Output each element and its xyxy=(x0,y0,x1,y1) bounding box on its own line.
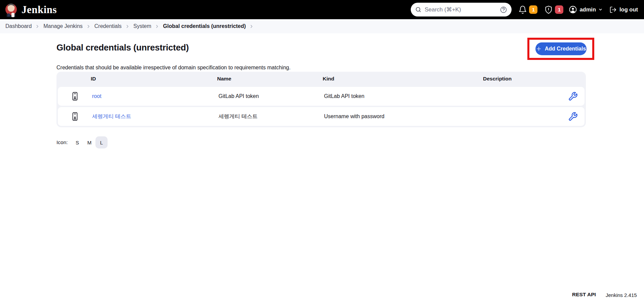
page-title: Global credentials (unrestricted) xyxy=(56,42,189,53)
search-help-icon[interactable] xyxy=(500,6,507,13)
configure-credential-button[interactable] xyxy=(568,112,578,122)
jenkins-butler-logo-icon xyxy=(4,2,18,18)
icon-size-medium-button[interactable]: M xyxy=(83,136,95,148)
top-bar: Jenkins 1 xyxy=(0,0,644,19)
credential-card-icon xyxy=(71,111,79,122)
column-header-id: ID xyxy=(91,76,217,82)
add-credentials-label: Add Credentials xyxy=(545,46,586,52)
breadcrumb-item-credentials[interactable]: Credentials xyxy=(94,23,122,29)
search-bar[interactable] xyxy=(411,3,512,16)
configure-credential-button[interactable] xyxy=(568,92,578,101)
add-credentials-button[interactable]: Add Credentials xyxy=(535,42,587,55)
security-warnings-button[interactable]: 1 xyxy=(544,5,563,14)
credentials-table: ID Name Kind Description root GitLab API… xyxy=(56,72,586,127)
icon-size-small-button[interactable]: S xyxy=(71,136,83,148)
breadcrumb-separator-icon xyxy=(125,24,130,29)
column-header-name: Name xyxy=(217,76,323,82)
jenkins-version-link[interactable]: Jenkins 2.415 xyxy=(606,292,637,298)
breadcrumb-separator-icon xyxy=(35,24,40,29)
jenkins-credentials-page: Jenkins 1 xyxy=(0,0,644,304)
table-row-root: root GitLab API token GitLab API token xyxy=(58,87,585,106)
wrench-icon xyxy=(568,112,578,122)
plus-icon xyxy=(536,46,542,52)
credential-card-icon xyxy=(71,91,79,101)
breadcrumb: Dashboard Manage Jenkins Credentials Sys… xyxy=(0,19,644,33)
breadcrumb-item-dashboard[interactable]: Dashboard xyxy=(5,23,32,29)
column-header-description: Description xyxy=(483,76,562,82)
notifications-count-badge[interactable]: 1 xyxy=(529,5,537,14)
logout-button[interactable]: log out xyxy=(609,6,638,13)
breadcrumb-separator-icon xyxy=(155,24,159,29)
credential-name: 세렝게티 테스트 xyxy=(218,113,324,120)
security-warnings-count-badge[interactable]: 1 xyxy=(555,5,563,14)
table-row-serengeti-test: 세렝게티 테스트 세렝게티 테스트 Username with password xyxy=(58,107,585,126)
breadcrumb-item-system[interactable]: System xyxy=(133,23,151,29)
icon-size-label: Icon: xyxy=(56,139,69,145)
breadcrumb-context-menu-icon[interactable] xyxy=(249,24,254,29)
user-name: admin xyxy=(579,6,596,13)
credential-kind: GitLab API token xyxy=(324,93,484,99)
chevron-down-icon xyxy=(598,7,603,12)
credential-name: GitLab API token xyxy=(218,93,324,99)
breadcrumb-separator-icon xyxy=(86,24,91,29)
logout-icon xyxy=(609,6,617,13)
icon-size-large-button[interactable]: L xyxy=(95,136,108,148)
annotation-highlight-box: Add Credentials xyxy=(527,38,594,60)
shield-warning-icon xyxy=(544,5,553,14)
brand-name: Jenkins xyxy=(22,4,57,16)
breadcrumb-item-manage-jenkins[interactable]: Manage Jenkins xyxy=(43,23,83,29)
credential-kind: Username with password xyxy=(324,113,484,120)
search-input[interactable] xyxy=(425,6,497,13)
table-header-row: ID Name Kind Description xyxy=(56,72,586,86)
user-avatar-icon xyxy=(569,5,577,14)
search-icon xyxy=(415,6,421,13)
icon-size-selector: Icon: S M L xyxy=(56,136,108,148)
jenkins-home-link[interactable]: Jenkins xyxy=(4,2,57,18)
page-description: Credentials that should be available irr… xyxy=(56,65,290,71)
wrench-icon xyxy=(568,92,578,101)
rest-api-link[interactable]: REST API xyxy=(572,292,596,298)
user-menu[interactable]: admin xyxy=(569,5,603,14)
top-bar-controls: 1 1 admin xyxy=(411,3,638,16)
credential-id-link[interactable]: 세렝게티 테스트 xyxy=(92,113,131,119)
bell-icon xyxy=(518,5,527,14)
logout-label: log out xyxy=(619,6,638,13)
notifications-button[interactable]: 1 xyxy=(518,5,537,14)
breadcrumb-item-global-credentials[interactable]: Global credentials (unrestricted) xyxy=(163,23,246,29)
column-header-kind: Kind xyxy=(323,76,483,82)
credential-id-link[interactable]: root xyxy=(92,93,102,99)
